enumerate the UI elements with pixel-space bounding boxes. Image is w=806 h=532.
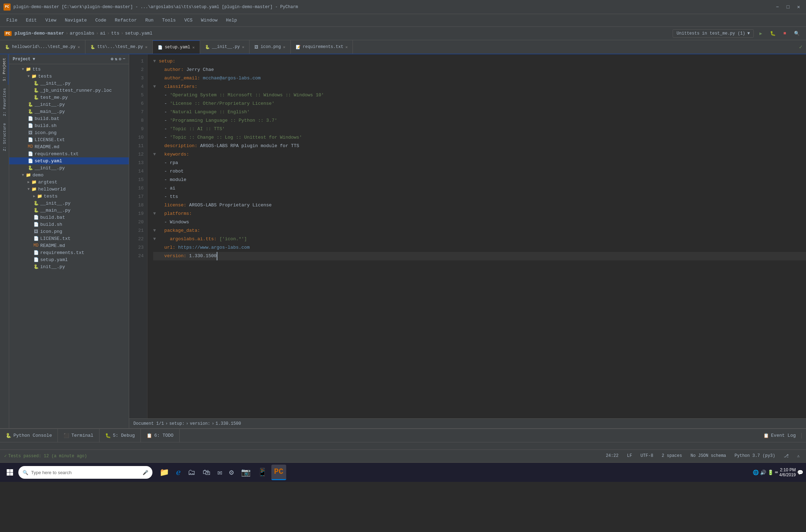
menu-refactor[interactable]: Refactor <box>111 16 140 24</box>
tree-jb-runner[interactable]: 🐍 _jb_unittest_runner.py.loc <box>9 87 129 94</box>
tree-hw-build-sh[interactable]: 📄 build.sh <box>9 221 129 228</box>
python-version[interactable]: Python 3.7 (py3) <box>733 453 777 459</box>
menu-navigate[interactable]: Navigate <box>61 16 90 24</box>
taskbar-clock[interactable]: 2:10 PM 4/6/2019 <box>779 467 796 477</box>
run-config-dropdown[interactable]: Unittests in test_me.py (1) ▼ <box>673 29 754 38</box>
tree-tts-folder[interactable]: ▼ 📁 tts <box>9 66 129 73</box>
tree-readme-md[interactable]: MD README.md <box>9 143 129 150</box>
project-locate-icon[interactable]: ⊕ <box>111 56 113 62</box>
tab-icon-png[interactable]: 🖼 icon.png ✕ <box>249 40 290 54</box>
indent[interactable]: 2 spaces <box>660 453 684 459</box>
close-button[interactable]: ✕ <box>795 3 802 11</box>
taskbar-search-bar[interactable]: 🔍 Type here to search 🎤 <box>18 466 152 479</box>
bottom-tab-todo[interactable]: 📋 6: TODO <box>141 429 180 442</box>
taskbar-mail[interactable]: ✉ <box>215 465 225 480</box>
tree-hw-icon-png[interactable]: 🖼 icon.png <box>9 228 129 235</box>
menu-window[interactable]: Window <box>198 16 221 24</box>
maximize-button[interactable]: □ <box>784 3 792 11</box>
sidebar-tab-project[interactable]: 1: Project <box>1 54 8 85</box>
tree-argtest-folder[interactable]: ▶ 📁 argtest <box>9 179 129 186</box>
microphone-icon[interactable]: 🎤 <box>143 470 148 475</box>
notification-icon[interactable]: 💬 <box>797 470 803 476</box>
breadcrumb-tts[interactable]: tts <box>111 31 119 36</box>
taskbar-file-explorer[interactable]: 📁 <box>157 465 172 480</box>
tab-close-btn-5[interactable]: ✕ <box>283 45 285 49</box>
fold-icon-21[interactable]: ▼ <box>153 226 159 235</box>
input-icon[interactable]: ⌨ <box>775 470 778 476</box>
project-minimize-icon[interactable]: − <box>123 56 125 62</box>
windows-start-button[interactable] <box>3 465 17 480</box>
menu-edit[interactable]: Edit <box>22 16 40 24</box>
network-icon[interactable]: 🌐 <box>753 470 759 476</box>
breadcrumb-version[interactable]: version: <box>190 421 210 426</box>
breadcrumb-argoslabs[interactable]: argoslabs <box>70 31 94 36</box>
cursor-position[interactable]: 24:22 <box>604 453 621 459</box>
menu-help[interactable]: Help <box>222 16 240 24</box>
tree-license-txt[interactable]: 📄 LICENSE.txt <box>9 136 129 143</box>
project-dropdown-arrow[interactable]: ▼ <box>32 57 35 62</box>
taskbar-store[interactable]: 🛍 <box>200 465 213 480</box>
tab-setup-yaml[interactable]: 📄 setup.yaml ✕ <box>153 40 200 54</box>
tree-hw-init-py-2[interactable]: 🐍 init__.py <box>9 263 129 270</box>
volume-icon[interactable]: 🔊 <box>760 470 766 476</box>
test-status[interactable]: ✓ Tests passed: 12 (a minute ago) <box>4 453 87 459</box>
taskbar-pycharm[interactable]: PC <box>271 465 286 480</box>
warnings-icon[interactable]: ⚠ <box>795 453 802 459</box>
stop-button[interactable]: ■ <box>780 29 790 38</box>
git-icon[interactable]: ⎇ <box>782 453 791 459</box>
encoding[interactable]: UTF-8 <box>638 453 655 459</box>
json-schema[interactable]: No JSON schema <box>688 453 728 459</box>
taskbar-edge[interactable]: ℯ <box>173 465 184 480</box>
tree-requirements-txt[interactable]: 📄 requirements.txt <box>9 150 129 157</box>
breadcrumb-setup[interactable]: setup: <box>169 421 185 426</box>
tree-setup-yaml[interactable]: 📄 setup.yaml <box>9 157 129 164</box>
tree-hw-build-bat[interactable]: 📄 build.bat <box>9 214 129 221</box>
search-icon[interactable]: 🔍 <box>792 29 802 38</box>
tab-tts-test-me[interactable]: 🐍 tts\...\test_me.py ✕ <box>85 40 153 54</box>
taskbar-files[interactable]: 🗂 <box>185 465 198 480</box>
sidebar-tab-favorites[interactable]: 2: Favorites <box>1 85 8 120</box>
taskbar-settings[interactable]: ⚙ <box>226 465 236 480</box>
minimize-button[interactable]: − <box>774 3 781 11</box>
bottom-tab-debug[interactable]: 🐛 5: Debug <box>100 429 141 442</box>
tree-hw-tests-folder[interactable]: ▶ 📁 tests <box>9 193 129 200</box>
tree-main-py[interactable]: 🐍 __main__.py <box>9 108 129 115</box>
tree-init-py-2[interactable]: 🐍 __init__.py <box>9 101 129 108</box>
tab-close-btn-6[interactable]: ✕ <box>345 45 348 49</box>
tree-hw-readme[interactable]: MD README.md <box>9 242 129 249</box>
tree-build-bat[interactable]: 📄 build.bat <box>9 115 129 122</box>
tab-init-py[interactable]: 🐍 __init__.py ✕ <box>200 40 250 54</box>
menu-run[interactable]: Run <box>142 16 157 24</box>
tab-requirements-txt[interactable]: 📝 requirements.txt ✕ <box>291 40 353 54</box>
breadcrumb-doc[interactable]: Document 1/1 <box>133 421 164 426</box>
tree-hw-requirements[interactable]: 📄 requirements.txt <box>9 249 129 256</box>
taskbar-phone[interactable]: 📱 <box>255 465 270 480</box>
bottom-tab-python-console[interactable]: 🐍 Python Console <box>0 429 58 442</box>
run-button[interactable]: ▶ <box>756 29 766 38</box>
bottom-tab-event-log[interactable]: 📋 Event Log <box>758 433 802 439</box>
taskbar-photos[interactable]: 📷 <box>238 465 253 480</box>
tab-close-btn[interactable]: ✕ <box>78 45 80 49</box>
tab-close-btn-4[interactable]: ✕ <box>242 45 245 49</box>
line-ending[interactable]: LF <box>625 453 634 459</box>
tree-build-sh[interactable]: 📄 build.sh <box>9 122 129 129</box>
tree-icon-png[interactable]: 🖼 icon.png <box>9 129 129 136</box>
tree-test-me[interactable]: 🐍 test_me.py <box>9 94 129 101</box>
breadcrumb-ai[interactable]: ai <box>100 31 106 36</box>
project-collapse-icon[interactable]: ⇅ <box>115 56 117 62</box>
menu-vcs[interactable]: VCS <box>181 16 196 24</box>
breadcrumb-plugin-demo-master[interactable]: plugin-demo-master <box>14 31 64 36</box>
battery-icon[interactable]: 🔋 <box>768 470 774 476</box>
fold-icon-22[interactable]: ▼ <box>153 235 159 243</box>
code-editor[interactable]: ▼ setup: author: Jerry Chae author_email… <box>148 54 806 418</box>
debug-button[interactable]: 🐛 <box>768 29 778 38</box>
project-settings-icon[interactable]: ⚙ <box>119 56 121 62</box>
tab-close-btn-3[interactable]: ✕ <box>192 45 195 50</box>
fold-icon-1[interactable]: ▼ <box>153 57 159 66</box>
tab-helloworld-test-me[interactable]: 🐍 helloworld\...\test_me.py ✕ <box>0 40 85 54</box>
tree-hw-init-py[interactable]: 🐍 __init__.py <box>9 200 129 207</box>
tree-init-py-1[interactable]: 🐍 __init__.py <box>9 80 129 87</box>
menu-code[interactable]: Code <box>92 16 110 24</box>
breadcrumb-setup-yaml[interactable]: setup.yaml <box>125 31 152 36</box>
tree-helloworld-folder[interactable]: ▼ 📁 helloworld <box>9 186 129 193</box>
